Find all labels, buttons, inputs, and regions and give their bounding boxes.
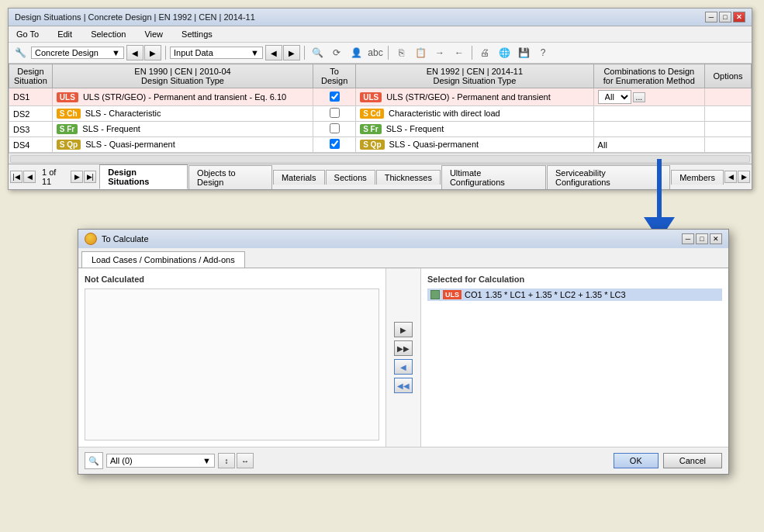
paste-icon[interactable]: 📋 xyxy=(412,45,429,60)
col-header-options: Options xyxy=(705,64,752,88)
nav-prev-button[interactable]: ◀ xyxy=(126,45,143,60)
transfer-all-left-button[interactable]: ◀◀ xyxy=(394,378,413,393)
footer-filter-dropdown[interactable]: All (0) ▼ xyxy=(106,454,215,468)
footer-icon-btn-2[interactable]: ↔ xyxy=(237,453,254,468)
ds1-type1: ULS ULS (STR/GEO) - Permanent and transi… xyxy=(52,88,313,106)
item-color-indicator xyxy=(430,290,440,299)
ds4-combo: All xyxy=(593,137,704,153)
table-row: DS3 S Fr SLS - Frequent S Fr SLS - Frequ… xyxy=(9,122,752,137)
page-info: 1 of 11 xyxy=(39,168,71,186)
ds3-badge1: S Fr xyxy=(57,124,78,134)
toolbar-separator-2 xyxy=(304,46,305,60)
selected-for-calculation-panel: Selected for Calculation ULS CO1 1.35 * … xyxy=(421,268,728,447)
ds1-badge2: ULS xyxy=(360,92,382,102)
help-icon[interactable]: ? xyxy=(534,45,551,60)
arrow-right-icon[interactable]: → xyxy=(431,45,448,60)
copy-icon[interactable]: ⎘ xyxy=(392,45,410,60)
transfer-all-right-button[interactable]: ▶▶ xyxy=(394,340,413,356)
dialog-body: Not Calculated ▶ ▶▶ ◀ ◀◀ Selected for Ca… xyxy=(78,268,728,447)
footer-search-icon[interactable]: 🔍 xyxy=(85,452,103,469)
refresh-icon[interactable]: ⟳ xyxy=(328,45,345,60)
ds1-checkbox-cell xyxy=(313,88,356,106)
input-data-nav: ◀ ▶ xyxy=(265,45,300,60)
menu-selection[interactable]: Selection xyxy=(86,28,130,40)
ds1-ellipsis-button[interactable]: ... xyxy=(633,92,645,102)
ds1-checkbox[interactable] xyxy=(330,92,340,102)
user-icon[interactable]: 👤 xyxy=(347,45,365,60)
tab-serviceability-configurations[interactable]: Serviceability Configurations xyxy=(547,165,670,189)
transfer-right-button[interactable]: ▶ xyxy=(394,322,413,337)
ds4-badge2: S Qp xyxy=(360,140,384,150)
dialog-close-button[interactable]: ✕ xyxy=(710,233,722,244)
module-dropdown[interactable]: Concrete Design ▼ xyxy=(31,47,124,59)
ds3-checkbox-cell xyxy=(313,122,356,137)
tab-ultimate-configurations[interactable]: Ultimate Configurations xyxy=(441,165,546,189)
table-row: DS4 S Qp SLS - Quasi-permanent S Qp SLS … xyxy=(9,137,752,153)
ds2-checkbox[interactable] xyxy=(330,108,340,118)
minimize-button[interactable]: ─ xyxy=(705,12,717,22)
dialog-tab-loadcases[interactable]: Load Cases / Combinations / Add-ons xyxy=(81,251,245,268)
tab-scroll-right-button[interactable]: ▶ xyxy=(738,171,750,183)
toolbar-separator-4 xyxy=(472,46,472,60)
menu-goto[interactable]: Go To xyxy=(12,28,43,40)
horizontal-scrollbar[interactable] xyxy=(9,153,752,164)
selected-label: Selected for Calculation xyxy=(427,275,722,284)
ds4-id: DS4 xyxy=(9,137,53,153)
ds2-checkbox-cell xyxy=(313,106,356,122)
transfer-left-button[interactable]: ◀ xyxy=(394,359,413,375)
print-icon[interactable]: 🖨 xyxy=(476,45,493,60)
title-bar-controls: ─ □ ✕ xyxy=(705,12,745,22)
ds4-badge1: S Qp xyxy=(57,140,81,150)
ds2-options xyxy=(705,106,752,122)
ds1-combo: All ... xyxy=(593,88,704,106)
tab-prev-button[interactable]: ◀ xyxy=(23,171,36,183)
search-icon[interactable]: 🔍 xyxy=(309,45,326,60)
ok-button[interactable]: OK xyxy=(614,453,659,468)
dialog-tab-bar: Load Cases / Combinations / Add-ons xyxy=(78,248,728,268)
close-button[interactable]: ✕ xyxy=(733,12,745,22)
toolbar: 🔧 Concrete Design ▼ ◀ ▶ Input Data ▼ ◀ ▶… xyxy=(9,43,752,64)
dialog-minimize-button[interactable]: ─ xyxy=(682,233,694,244)
input-prev-button[interactable]: ◀ xyxy=(265,45,282,60)
nav-next-button[interactable]: ▶ xyxy=(144,45,161,60)
tab-next-button[interactable]: ▶ xyxy=(71,171,83,183)
col-header-en1992: EN 1992 | CEN | 2014-11 Design Situation… xyxy=(356,64,593,88)
ds3-combo xyxy=(593,122,704,137)
footer-icon-btn-1[interactable]: ↕ xyxy=(218,453,235,468)
ds1-type2: ULS ULS (STR/GEO) - Permanent and transi… xyxy=(356,88,593,106)
tab-sections[interactable]: Sections xyxy=(326,170,375,185)
ds1-combo-select[interactable]: All xyxy=(598,90,631,104)
tab-nav-right: ▶ ▶| xyxy=(71,171,96,183)
dialog-maximize-button[interactable]: □ xyxy=(696,233,708,244)
ds2-type2: S Cd Characteristic with direct load xyxy=(356,106,593,122)
tab-design-situations[interactable]: Design Situations xyxy=(99,164,188,189)
col-header-en1990: EN 1990 | CEN | 2010-04 Design Situation… xyxy=(52,64,313,88)
input-next-button[interactable]: ▶ xyxy=(283,45,300,60)
tab-objects-to-design[interactable]: Objects to Design xyxy=(188,165,272,189)
input-data-dropdown[interactable]: Input Data ▼ xyxy=(170,47,263,59)
main-title: Design Situations | Concrete Design | EN… xyxy=(15,12,255,22)
tab-last-button[interactable]: ▶| xyxy=(84,171,96,183)
menu-edit[interactable]: Edit xyxy=(53,28,77,40)
tab-scroll-left-button[interactable]: ◀ xyxy=(724,171,737,183)
arrow-left-icon[interactable]: ← xyxy=(451,45,468,60)
tab-first-button[interactable]: |◀ xyxy=(10,171,22,183)
globe-icon[interactable]: 🌐 xyxy=(496,45,513,60)
item-badge: ULS xyxy=(443,290,462,299)
tab-materials[interactable]: Materials xyxy=(273,170,325,185)
tab-thicknesses[interactable]: Thicknesses xyxy=(376,170,441,185)
maximize-button[interactable]: □ xyxy=(719,12,731,22)
ds4-checkbox[interactable] xyxy=(330,139,340,149)
menu-settings[interactable]: Settings xyxy=(177,28,217,40)
ds3-type2: S Fr SLS - Frequent xyxy=(356,122,593,137)
dialog-controls: ─ □ ✕ xyxy=(682,233,722,244)
ds2-combo xyxy=(593,106,704,122)
save-icon[interactable]: 💾 xyxy=(515,45,532,60)
ds3-checkbox[interactable] xyxy=(330,123,340,133)
tab-members[interactable]: Members xyxy=(671,170,724,185)
item-formula: 1.35 * LC1 + 1.35 * LC2 + 1.35 * LC3 xyxy=(486,290,626,299)
ds1-badge1: ULS xyxy=(57,92,78,102)
text-icon[interactable]: abc xyxy=(367,45,384,60)
menu-view[interactable]: View xyxy=(140,28,168,40)
cancel-button[interactable]: Cancel xyxy=(663,453,722,468)
